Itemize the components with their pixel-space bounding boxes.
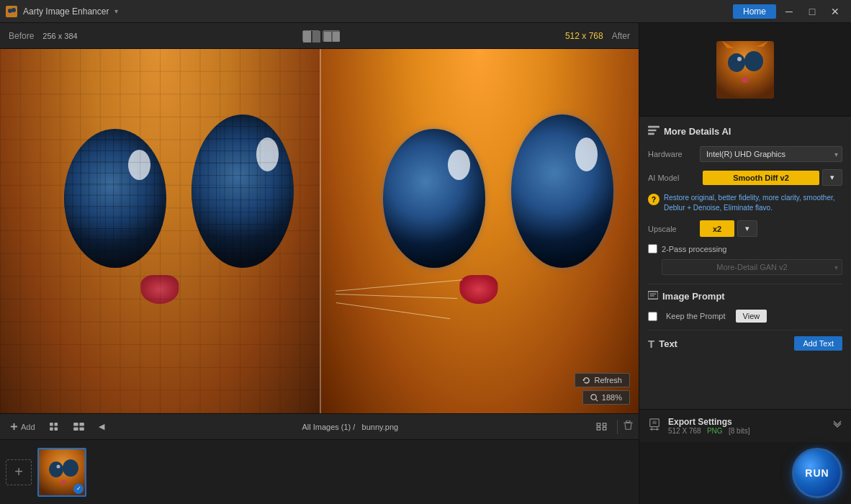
export-section: Export Settings 512 X 768 PNG [8 bits] xyxy=(639,409,851,442)
svg-rect-48 xyxy=(652,421,656,425)
twopass-model-row: More-Detail GAN v2 ▾ xyxy=(662,259,842,275)
titlebar-right: Home ─ □ ✕ xyxy=(733,3,845,20)
home-button[interactable]: Home xyxy=(733,4,776,19)
svg-point-30 xyxy=(60,480,66,485)
twopass-row: 2-Pass processing xyxy=(648,244,842,253)
hardware-row: Hardware Intel(R) UHD Graphics ▾ xyxy=(648,146,842,162)
text-label: Text xyxy=(659,338,794,349)
svg-rect-38 xyxy=(648,126,659,128)
eye-left-before xyxy=(64,129,166,267)
before-label: Before xyxy=(9,31,34,41)
cat-face-after xyxy=(320,49,639,413)
eye-outer-right xyxy=(192,114,294,268)
svg-rect-20 xyxy=(597,423,600,426)
image-overlay-controls: Refresh 188% xyxy=(575,373,630,405)
ai-model-label: AI Model xyxy=(648,174,700,182)
svg-point-28 xyxy=(63,459,78,477)
fit-button[interactable] xyxy=(592,421,611,432)
eye-smooth-left xyxy=(383,129,485,267)
thumbnail-strip: + xyxy=(0,439,639,504)
back-button[interactable]: ◀ xyxy=(94,420,109,433)
ai-model-dropdown[interactable]: ▾ xyxy=(822,169,842,186)
upscale-row: Upscale x2 ▾ xyxy=(648,220,842,237)
eye-smooth-highlight-right xyxy=(575,138,598,171)
side-by-side-icon[interactable] xyxy=(323,30,340,42)
breadcrumb: All Images (1) / bunny.png xyxy=(114,423,586,431)
delete-button[interactable] xyxy=(623,420,633,433)
svg-rect-40 xyxy=(648,133,654,135)
add-thumbnail-button[interactable]: + xyxy=(6,459,32,485)
image-bottombar: Add ◀ All Images (1) / bunny.png xyxy=(0,413,639,439)
twopass-dropdown-arrow: ▾ xyxy=(834,264,838,271)
thumbnail-item[interactable]: ✓ xyxy=(37,448,86,497)
pixel-grid-overlay xyxy=(64,129,166,267)
text-icon: T xyxy=(648,338,654,350)
before-image xyxy=(0,49,320,413)
hardware-label: Hardware xyxy=(648,150,700,158)
svg-rect-14 xyxy=(50,427,53,431)
before-size: 256 x 384 xyxy=(42,32,77,40)
grid-view-button[interactable] xyxy=(45,421,63,432)
svg-rect-31 xyxy=(716,41,774,99)
breadcrumb-filename: bunny.png xyxy=(362,423,399,431)
svg-point-1 xyxy=(8,9,12,13)
eye-smooth-highlight-left xyxy=(448,150,470,180)
close-button[interactable]: ✕ xyxy=(825,3,845,20)
svg-rect-23 xyxy=(603,427,606,430)
add-button[interactable]: Add xyxy=(6,421,40,433)
ai-model-button[interactable]: Smooth Diff v2 xyxy=(703,171,819,185)
svg-rect-3 xyxy=(303,31,311,42)
twopass-model-control: More-Detail GAN v2 ▾ xyxy=(662,259,842,275)
after-size: 512 x 768 xyxy=(565,31,603,41)
help-row: ? Restore original, better fidelity, mor… xyxy=(648,193,842,213)
twopass-checkbox[interactable] xyxy=(648,244,657,253)
ai-model-row: AI Model Smooth Diff v2 ▾ xyxy=(648,169,842,186)
keep-prompt-checkbox[interactable] xyxy=(648,312,657,321)
upscale-button[interactable]: x2 xyxy=(700,220,734,237)
svg-rect-25 xyxy=(626,420,630,423)
zoom-button[interactable]: 188% xyxy=(582,390,630,405)
right-panel: More Details AI Hardware Intel(R) UHD Gr… xyxy=(639,23,851,504)
thumb-check-icon: ✓ xyxy=(73,484,84,494)
svg-line-9 xyxy=(595,399,598,401)
run-section: RUN xyxy=(639,442,851,504)
split-view-icon[interactable] xyxy=(302,30,320,42)
image-topbar: Before 256 x 384 512 x 768 After xyxy=(0,23,639,49)
hardware-dropdown[interactable]: Intel(R) UHD Graphics xyxy=(700,146,842,162)
svg-rect-13 xyxy=(54,423,58,426)
export-gear-icon[interactable] xyxy=(648,418,661,433)
more-details-header: More Details AI xyxy=(648,125,842,138)
maximize-button[interactable]: □ xyxy=(802,3,822,20)
minimize-button[interactable]: ─ xyxy=(779,3,799,20)
before-info: Before 256 x 384 xyxy=(9,31,78,41)
titlebar-left: Aarty Image Enhancer ▾ xyxy=(6,6,118,17)
svg-rect-21 xyxy=(603,423,606,426)
svg-rect-7 xyxy=(333,32,340,42)
view-button[interactable]: View xyxy=(736,310,767,323)
text-row: T Text Add Text xyxy=(648,336,842,351)
app-title: Aarty Image Enhancer xyxy=(23,6,109,17)
refresh-button[interactable]: Refresh xyxy=(575,373,630,387)
twopass-model-dropdown[interactable]: More-Detail GAN v2 xyxy=(662,259,842,275)
after-info: 512 x 768 After xyxy=(565,31,630,41)
pixel-grid-overlay-r xyxy=(192,114,294,268)
export-bits: [8 bits] xyxy=(729,427,749,435)
help-icon: ? xyxy=(648,194,659,205)
export-details: 512 X 768 PNG [8 bits] xyxy=(668,427,825,435)
image-prompt-title: Image Prompt xyxy=(662,291,725,302)
settings-section: More Details AI Hardware Intel(R) UHD Gr… xyxy=(639,117,851,409)
eye-smooth-right xyxy=(511,114,613,268)
svg-rect-17 xyxy=(79,423,84,426)
list-view-button[interactable] xyxy=(69,421,89,432)
divider-2 xyxy=(648,330,842,330)
expand-icon[interactable] xyxy=(832,420,842,432)
title-dropdown-arrow[interactable]: ▾ xyxy=(114,7,118,15)
image-prompt-header: Image Prompt xyxy=(648,290,842,302)
separator xyxy=(617,420,618,434)
svg-point-8 xyxy=(591,394,596,399)
add-text-button[interactable]: Add Text xyxy=(794,336,842,351)
image-compare: Refresh 188% xyxy=(0,49,639,413)
upscale-dropdown[interactable]: ▾ xyxy=(737,220,757,237)
run-button[interactable]: RUN xyxy=(792,448,842,498)
twopass-label: 2-Pass processing xyxy=(662,245,727,253)
